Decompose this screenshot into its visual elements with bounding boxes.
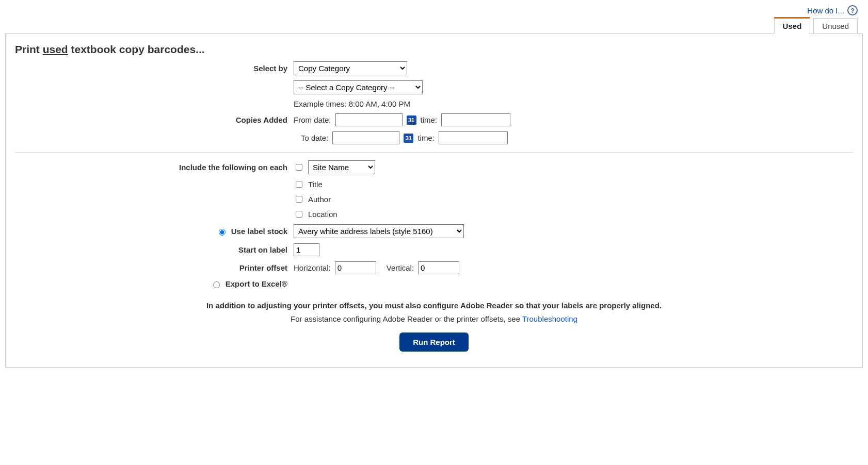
note-bold: In addition to adjusting your printer of… [15, 299, 853, 312]
include-author-checkbox[interactable] [296, 196, 302, 203]
label-from-date: From date: [294, 115, 331, 124]
help-icon[interactable]: ? [847, 5, 858, 15]
use-label-stock-radio[interactable] [219, 229, 226, 236]
label-start-on-label: Start on label [15, 245, 294, 254]
note-plain: For assistance configuring Adobe Reader … [291, 314, 522, 323]
label-title-cb: Title [308, 180, 323, 189]
help-link[interactable]: How do I... [807, 6, 844, 15]
main-panel: Print used textbook copy barcodes... Sel… [5, 34, 863, 368]
label-printer-offset: Printer offset [15, 263, 294, 272]
label-from-time: time: [421, 115, 438, 124]
horizontal-offset-input[interactable] [335, 261, 376, 274]
copy-category-dropdown[interactable]: -- Select a Copy Category -- [294, 80, 423, 94]
tab-used[interactable]: Used [774, 17, 811, 34]
label-include-each: Include the following on each [15, 163, 294, 172]
label-location-cb: Location [308, 210, 337, 219]
page-title: Print used textbook copy barcodes... [15, 43, 853, 56]
title-prefix: Print [15, 43, 43, 55]
vertical-offset-input[interactable] [418, 261, 459, 274]
include-location-checkbox[interactable] [296, 211, 302, 218]
from-time-input[interactable] [441, 113, 510, 126]
divider [15, 152, 853, 153]
label-select-by: Select by [15, 64, 294, 73]
run-report-button[interactable]: Run Report [399, 333, 469, 352]
label-use-label-stock: Use label stock [231, 227, 287, 236]
label-export-excel: Export to Excel® [226, 279, 287, 288]
select-by-dropdown[interactable]: Copy Category [294, 61, 407, 75]
export-excel-radio[interactable] [213, 281, 220, 288]
label-stock-dropdown[interactable]: Avery white address labels (style 5160) [294, 224, 464, 238]
title-underlined: used [43, 43, 68, 55]
label-copies-added: Copies Added [15, 115, 294, 124]
to-date-input[interactable] [332, 131, 399, 144]
tab-unused[interactable]: Unused [813, 18, 858, 34]
troubleshooting-link[interactable]: Troubleshooting [522, 314, 577, 323]
start-label-input[interactable] [294, 243, 319, 256]
site-name-dropdown[interactable]: Site Name [308, 160, 375, 174]
label-vertical: Vertical: [387, 263, 414, 272]
include-sitename-checkbox[interactable] [296, 164, 302, 171]
label-to-date: To date: [301, 134, 328, 142]
label-author-cb: Author [308, 195, 331, 204]
title-suffix: textbook copy barcodes... [68, 43, 205, 55]
to-time-input[interactable] [439, 131, 508, 144]
calendar-icon[interactable]: 31 [404, 134, 413, 143]
label-horizontal: Horizontal: [294, 263, 331, 272]
include-title-checkbox[interactable] [296, 181, 302, 188]
label-to-time: time: [417, 134, 435, 142]
calendar-icon[interactable]: 31 [407, 115, 416, 125]
example-times-text: Example times: 8:00 AM, 4:00 PM [294, 99, 410, 108]
from-date-input[interactable] [335, 113, 403, 126]
